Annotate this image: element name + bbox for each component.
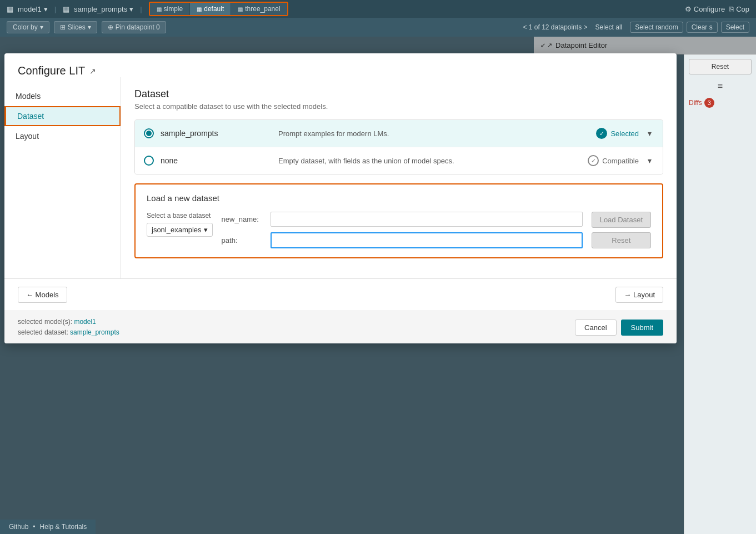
- sample-prompts-chevron: ▾: [129, 5, 133, 13]
- sidebar-layout-label: Layout: [16, 132, 39, 141]
- modal-external-link-icon[interactable]: ↗: [89, 67, 96, 76]
- dataset-name-none: none: [161, 156, 272, 165]
- new-name-row: new_name:: [222, 212, 583, 227]
- new-name-label: new_name:: [222, 215, 266, 223]
- circle-check-icon: ✓: [588, 155, 599, 166]
- fields-col: new_name: path:: [222, 212, 583, 248]
- hamburger-icon: ≡: [687, 81, 754, 91]
- sample-prompts-label: sample_prompts: [74, 5, 127, 13]
- right-reset-button[interactable]: Reset: [689, 59, 752, 74]
- select-button[interactable]: Select: [721, 22, 749, 33]
- configure-label: Configure: [694, 5, 725, 13]
- dataset-name-sample-prompts: sample_prompts: [161, 129, 272, 138]
- clear-label: Clear s: [692, 23, 713, 31]
- tab-simple-label: simple: [164, 5, 183, 13]
- slices-chevron: ▾: [88, 23, 91, 31]
- tab-default-label: default: [204, 5, 224, 13]
- content-title: Dataset: [134, 88, 663, 100]
- radio-none[interactable]: [144, 156, 154, 166]
- top-bar: ▦ model1 ▾ | ▦ sample_prompts ▾ | ▦ simp…: [0, 0, 756, 18]
- github-link[interactable]: Github: [9, 523, 28, 531]
- color-by-chevron: ▾: [40, 23, 43, 31]
- sidebar-item-models[interactable]: Models: [4, 86, 121, 106]
- base-dataset-value: jsonl_examples: [152, 226, 202, 234]
- dataset-row-none[interactable]: none Empty dataset, with fields as the u…: [135, 147, 663, 174]
- dataset-desc-none: Empty dataset, with fields as the union …: [278, 157, 581, 165]
- model-selector[interactable]: model1 ▾: [18, 5, 48, 13]
- base-dataset-label: Select a base dataset: [147, 212, 213, 219]
- gear-icon: ⚙: [685, 5, 692, 13]
- second-bar-right: < 1 of 12 datapoints > Select all Select…: [523, 22, 749, 33]
- diffs-label: Diffs: [689, 99, 702, 107]
- sidebar-item-layout[interactable]: Layout: [4, 126, 121, 146]
- layout-tabs: ▦ simple ▦ default ▦ three_panel: [149, 2, 288, 16]
- expand-none[interactable]: ▾: [645, 156, 654, 165]
- bg-panel: ↙ ↗ Datapoint Editor Configure LIT ↗ Mod…: [0, 37, 756, 534]
- clear-button[interactable]: Clear s: [687, 22, 718, 33]
- copy-label: Cop: [736, 5, 749, 13]
- tab-default[interactable]: ▦ default: [190, 3, 231, 15]
- dataset-row-sample-prompts[interactable]: sample_prompts Prompt examples for moder…: [135, 120, 663, 147]
- page-footer: Github • Help & Tutorials: [0, 520, 96, 534]
- selected-models-value[interactable]: model1: [74, 318, 96, 326]
- sidebar-models-label: Models: [16, 92, 41, 101]
- tab-default-icon: ▦: [197, 6, 202, 12]
- radio-sample-prompts[interactable]: [144, 128, 154, 138]
- select-random-label: Select random: [635, 23, 678, 31]
- modal-sidebar: Models Dataset Layout: [4, 77, 121, 278]
- selected-dataset-value[interactable]: sample_prompts: [70, 328, 119, 336]
- expand-sample-prompts[interactable]: ▾: [645, 129, 654, 138]
- diffs-badge: 3: [704, 98, 714, 108]
- datapoint-nav-label: < 1 of 12 datapoints >: [523, 23, 587, 31]
- tab-three-panel[interactable]: ▦ three_panel: [231, 3, 287, 15]
- bottom-info: selected model(s): model1 selected datas…: [18, 317, 119, 338]
- submit-button[interactable]: Submit: [621, 320, 663, 336]
- base-dataset-col: Select a base dataset jsonl_examples ▾: [147, 212, 213, 237]
- back-models-button[interactable]: ← Models: [18, 287, 67, 303]
- base-dataset-select[interactable]: jsonl_examples ▾: [147, 223, 213, 237]
- content-subtitle: Select a compatible dataset to use with …: [134, 102, 663, 111]
- tab-simple[interactable]: ▦ simple: [150, 3, 191, 15]
- model-label: model1: [18, 5, 42, 13]
- load-new-dataset-section: Load a new dataset Select a base dataset…: [134, 183, 663, 258]
- selected-dataset-label: selected dataset:: [18, 328, 68, 336]
- color-by-button[interactable]: Color by ▾: [7, 21, 49, 33]
- sidebar-item-dataset[interactable]: Dataset: [4, 106, 121, 126]
- grid-icon: ▦: [7, 5, 13, 13]
- pin-datapoint-button[interactable]: ⊕ Pin datapoint 0: [102, 21, 166, 33]
- bottom-actions: Cancel Submit: [575, 320, 663, 336]
- load-dataset-button[interactable]: Load Dataset: [592, 212, 651, 228]
- new-name-input[interactable]: [271, 212, 583, 227]
- slices-button[interactable]: ⊞ Slices ▾: [54, 21, 97, 33]
- cancel-button[interactable]: Cancel: [575, 320, 616, 336]
- select-random-button[interactable]: Select random: [630, 22, 683, 33]
- datapoint-nav[interactable]: < 1 of 12 datapoints >: [523, 23, 587, 31]
- load-reset-button[interactable]: Reset: [592, 232, 651, 248]
- pin-icon: ⊕: [108, 23, 113, 31]
- dataset-list: sample_prompts Prompt examples for moder…: [134, 119, 663, 174]
- copy-button[interactable]: ⎘ Cop: [729, 5, 749, 13]
- slices-icon: ⊞: [60, 23, 66, 31]
- select-label: Select: [726, 23, 744, 31]
- link-icon: ⎘: [729, 5, 734, 13]
- modal-body: Models Dataset Layout Dataset Select a c…: [4, 77, 677, 278]
- dataset-status-none: ✓ Compatible: [588, 155, 639, 166]
- modal-footer: ← Models → Layout: [4, 278, 677, 311]
- sample-prompts-selector[interactable]: sample_prompts ▾: [74, 5, 133, 13]
- color-by-label: Color by: [13, 23, 38, 31]
- sidebar-dataset-label: Dataset: [17, 112, 44, 121]
- select-all-button[interactable]: Select all: [591, 22, 627, 32]
- modal-overlay: Configure LIT ↗ Models Dataset La: [0, 37, 756, 534]
- base-dataset-chevron: ▾: [204, 226, 208, 234]
- configure-modal: Configure LIT ↗ Models Dataset La: [4, 53, 677, 343]
- next-layout-button[interactable]: → Layout: [615, 287, 663, 303]
- footer-nav: ← Models: [18, 287, 67, 303]
- right-panel: Reset ≡ Diffs 3: [684, 54, 756, 534]
- second-bar: Color by ▾ ⊞ Slices ▾ ⊕ Pin datapoint 0 …: [0, 18, 756, 37]
- select-all-label: Select all: [595, 23, 623, 31]
- model-chevron-icon: ▾: [44, 5, 48, 13]
- path-input[interactable]: [271, 232, 583, 248]
- diffs-section: Diffs 3: [689, 98, 752, 108]
- configure-button[interactable]: ⚙ Configure: [685, 5, 725, 13]
- help-link[interactable]: Help & Tutorials: [40, 523, 87, 531]
